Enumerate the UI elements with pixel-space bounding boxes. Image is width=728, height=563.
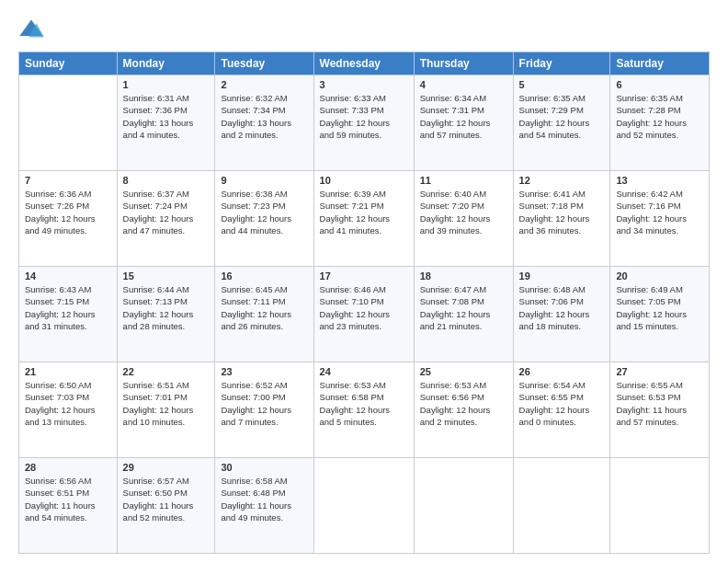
- day-info: Sunrise: 6:33 AM Sunset: 7:33 PM Dayligh…: [320, 92, 408, 141]
- day-cell: 2Sunrise: 6:32 AM Sunset: 7:34 PM Daylig…: [215, 75, 313, 171]
- day-cell: 24Sunrise: 6:53 AM Sunset: 6:58 PM Dayli…: [313, 362, 414, 458]
- day-number: 1: [123, 79, 210, 90]
- day-info: Sunrise: 6:53 AM Sunset: 6:56 PM Dayligh…: [420, 379, 507, 428]
- day-cell: 11Sunrise: 6:40 AM Sunset: 7:20 PM Dayli…: [414, 171, 513, 267]
- day-info: Sunrise: 6:47 AM Sunset: 7:08 PM Dayligh…: [420, 283, 507, 332]
- day-number: 14: [25, 270, 111, 282]
- day-number: 5: [519, 79, 605, 90]
- day-cell: [414, 458, 513, 554]
- day-cell: 30Sunrise: 6:58 AM Sunset: 6:48 PM Dayli…: [215, 458, 313, 554]
- day-number: 16: [221, 270, 307, 282]
- day-cell: 29Sunrise: 6:57 AM Sunset: 6:50 PM Dayli…: [117, 458, 215, 554]
- day-cell: 27Sunrise: 6:55 AM Sunset: 6:53 PM Dayli…: [610, 362, 710, 458]
- day-cell: 12Sunrise: 6:41 AM Sunset: 7:18 PM Dayli…: [513, 171, 610, 267]
- day-cell: 5Sunrise: 6:35 AM Sunset: 7:29 PM Daylig…: [513, 75, 610, 171]
- day-info: Sunrise: 6:32 AM Sunset: 7:34 PM Dayligh…: [221, 92, 307, 141]
- day-cell: 17Sunrise: 6:46 AM Sunset: 7:10 PM Dayli…: [313, 267, 414, 362]
- day-cell: 4Sunrise: 6:34 AM Sunset: 7:31 PM Daylig…: [414, 75, 513, 171]
- day-info: Sunrise: 6:57 AM Sunset: 6:50 PM Dayligh…: [123, 475, 210, 523]
- day-cell: [313, 458, 414, 554]
- day-number: 27: [616, 366, 703, 377]
- week-row-1: 1Sunrise: 6:31 AM Sunset: 7:36 PM Daylig…: [19, 75, 710, 171]
- day-info: Sunrise: 6:34 AM Sunset: 7:31 PM Dayligh…: [420, 92, 507, 141]
- day-info: Sunrise: 6:35 AM Sunset: 7:28 PM Dayligh…: [616, 92, 703, 141]
- day-number: 12: [519, 175, 605, 186]
- day-cell: 6Sunrise: 6:35 AM Sunset: 7:28 PM Daylig…: [610, 75, 710, 171]
- day-number: 19: [519, 270, 605, 282]
- day-info: Sunrise: 6:56 AM Sunset: 6:51 PM Dayligh…: [25, 475, 111, 523]
- day-cell: 8Sunrise: 6:37 AM Sunset: 7:24 PM Daylig…: [117, 171, 215, 267]
- day-cell: 10Sunrise: 6:39 AM Sunset: 7:21 PM Dayli…: [313, 171, 414, 267]
- day-info: Sunrise: 6:39 AM Sunset: 7:21 PM Dayligh…: [320, 188, 408, 236]
- day-cell: 23Sunrise: 6:52 AM Sunset: 7:00 PM Dayli…: [215, 362, 313, 458]
- col-header-saturday: Saturday: [610, 52, 710, 75]
- day-info: Sunrise: 6:54 AM Sunset: 6:55 PM Dayligh…: [519, 379, 605, 428]
- day-number: 6: [616, 79, 703, 90]
- day-cell: 28Sunrise: 6:56 AM Sunset: 6:51 PM Dayli…: [19, 458, 118, 554]
- day-info: Sunrise: 6:53 AM Sunset: 6:58 PM Dayligh…: [320, 379, 408, 428]
- day-cell: 19Sunrise: 6:48 AM Sunset: 7:06 PM Dayli…: [513, 267, 610, 362]
- day-cell: 20Sunrise: 6:49 AM Sunset: 7:05 PM Dayli…: [610, 267, 710, 362]
- day-info: Sunrise: 6:48 AM Sunset: 7:06 PM Dayligh…: [519, 283, 605, 332]
- day-number: 15: [123, 270, 210, 282]
- day-cell: 16Sunrise: 6:45 AM Sunset: 7:11 PM Dayli…: [215, 267, 313, 362]
- day-info: Sunrise: 6:43 AM Sunset: 7:15 PM Dayligh…: [25, 283, 111, 332]
- day-info: Sunrise: 6:44 AM Sunset: 7:13 PM Dayligh…: [123, 283, 210, 332]
- day-info: Sunrise: 6:31 AM Sunset: 7:36 PM Dayligh…: [123, 92, 210, 141]
- day-number: 3: [320, 79, 408, 90]
- day-info: Sunrise: 6:52 AM Sunset: 7:00 PM Dayligh…: [221, 379, 307, 428]
- day-info: Sunrise: 6:37 AM Sunset: 7:24 PM Dayligh…: [123, 188, 210, 236]
- day-info: Sunrise: 6:55 AM Sunset: 6:53 PM Dayligh…: [616, 379, 703, 428]
- day-number: 17: [320, 270, 408, 282]
- week-row-5: 28Sunrise: 6:56 AM Sunset: 6:51 PM Dayli…: [19, 458, 710, 554]
- day-number: 10: [320, 175, 408, 186]
- day-number: 28: [25, 462, 111, 473]
- col-header-monday: Monday: [117, 52, 215, 75]
- day-info: Sunrise: 6:51 AM Sunset: 7:01 PM Dayligh…: [123, 379, 210, 428]
- week-row-2: 7Sunrise: 6:36 AM Sunset: 7:26 PM Daylig…: [19, 171, 710, 267]
- day-cell: 13Sunrise: 6:42 AM Sunset: 7:16 PM Dayli…: [610, 171, 710, 267]
- day-info: Sunrise: 6:45 AM Sunset: 7:11 PM Dayligh…: [221, 283, 307, 332]
- day-number: 7: [25, 175, 111, 186]
- day-cell: 22Sunrise: 6:51 AM Sunset: 7:01 PM Dayli…: [117, 362, 215, 458]
- day-cell: 3Sunrise: 6:33 AM Sunset: 7:33 PM Daylig…: [313, 75, 414, 171]
- col-header-wednesday: Wednesday: [313, 52, 414, 75]
- day-cell: [513, 458, 610, 554]
- day-number: 29: [123, 462, 210, 473]
- day-number: 2: [221, 79, 307, 90]
- day-number: 25: [420, 366, 507, 377]
- col-header-thursday: Thursday: [414, 52, 513, 75]
- day-info: Sunrise: 6:49 AM Sunset: 7:05 PM Dayligh…: [616, 283, 703, 332]
- day-number: 24: [320, 366, 408, 377]
- day-info: Sunrise: 6:35 AM Sunset: 7:29 PM Dayligh…: [519, 92, 605, 141]
- week-row-3: 14Sunrise: 6:43 AM Sunset: 7:15 PM Dayli…: [19, 267, 710, 362]
- day-info: Sunrise: 6:38 AM Sunset: 7:23 PM Dayligh…: [221, 188, 307, 236]
- day-number: 23: [221, 366, 307, 377]
- day-info: Sunrise: 6:58 AM Sunset: 6:48 PM Dayligh…: [221, 475, 307, 523]
- day-cell: 1Sunrise: 6:31 AM Sunset: 7:36 PM Daylig…: [117, 75, 215, 171]
- day-info: Sunrise: 6:42 AM Sunset: 7:16 PM Dayligh…: [616, 188, 703, 236]
- col-header-tuesday: Tuesday: [215, 52, 313, 75]
- day-info: Sunrise: 6:36 AM Sunset: 7:26 PM Dayligh…: [25, 188, 111, 236]
- day-info: Sunrise: 6:40 AM Sunset: 7:20 PM Dayligh…: [420, 188, 507, 236]
- day-cell: [19, 75, 118, 171]
- header-row: SundayMondayTuesdayWednesdayThursdayFrid…: [19, 52, 710, 75]
- day-cell: 21Sunrise: 6:50 AM Sunset: 7:03 PM Dayli…: [19, 362, 118, 458]
- day-cell: 18Sunrise: 6:47 AM Sunset: 7:08 PM Dayli…: [414, 267, 513, 362]
- calendar-table: SundayMondayTuesdayWednesdayThursdayFrid…: [18, 52, 710, 554]
- day-number: 30: [221, 462, 307, 473]
- logo: [18, 17, 48, 42]
- day-number: 11: [420, 175, 507, 186]
- day-info: Sunrise: 6:50 AM Sunset: 7:03 PM Dayligh…: [25, 379, 111, 428]
- col-header-sunday: Sunday: [19, 52, 118, 75]
- day-cell: 26Sunrise: 6:54 AM Sunset: 6:55 PM Dayli…: [513, 362, 610, 458]
- day-info: Sunrise: 6:46 AM Sunset: 7:10 PM Dayligh…: [320, 283, 408, 332]
- day-cell: 14Sunrise: 6:43 AM Sunset: 7:15 PM Dayli…: [19, 267, 118, 362]
- day-cell: 7Sunrise: 6:36 AM Sunset: 7:26 PM Daylig…: [19, 171, 118, 267]
- day-cell: 15Sunrise: 6:44 AM Sunset: 7:13 PM Dayli…: [117, 267, 215, 362]
- day-number: 22: [123, 366, 210, 377]
- day-number: 20: [616, 270, 703, 282]
- day-info: Sunrise: 6:41 AM Sunset: 7:18 PM Dayligh…: [519, 188, 605, 236]
- header: [18, 17, 710, 42]
- day-number: 13: [616, 175, 703, 186]
